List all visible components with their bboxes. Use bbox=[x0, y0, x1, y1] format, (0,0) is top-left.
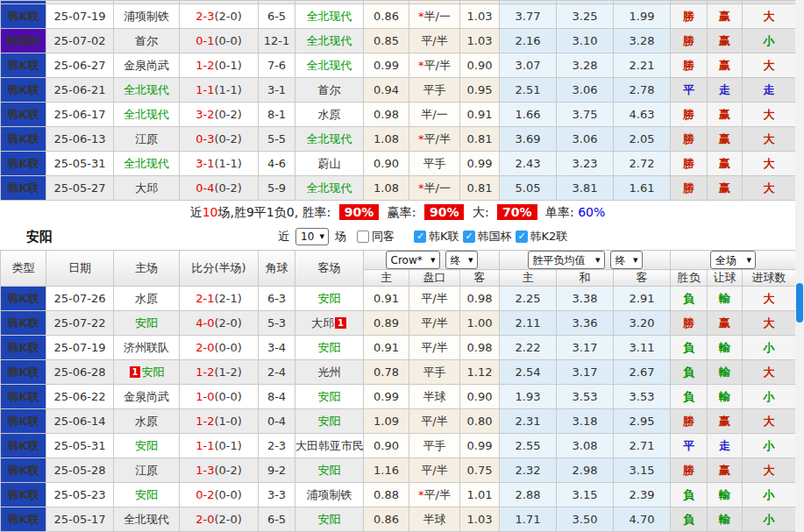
big-badge: 70% bbox=[497, 204, 537, 220]
league-filter-checkbox-k2[interactable] bbox=[516, 231, 528, 243]
away-team-cell[interactable]: 安阳 bbox=[295, 287, 364, 311]
home-team-cell[interactable]: 首尔 bbox=[114, 29, 180, 53]
home-team-cell[interactable]: 江原 bbox=[114, 127, 180, 152]
handicap-result-cell: 赢 bbox=[708, 29, 743, 53]
eu-draw-odds-cell: 3.17 bbox=[557, 360, 614, 385]
match-row: 韩K联25-06-281安阳1-2(1-2)2-4光州0.78平手1.122.5… bbox=[1, 360, 796, 385]
home-team-cell[interactable]: 安阳 bbox=[114, 483, 180, 507]
eu-away-odds-cell: 2.71 bbox=[614, 434, 671, 458]
away-team-cell[interactable]: 安阳 bbox=[295, 409, 364, 434]
bookmaker-select[interactable]: Crow* bbox=[386, 251, 440, 269]
league-cell[interactable]: 韩K联 bbox=[1, 4, 46, 29]
away-team-cell[interactable]: 水原 bbox=[295, 103, 364, 127]
table-header-row-top: 类型 日期 主场 比分(半场) 角球 客场 Crow*终 胜平负均值终 全场 bbox=[1, 251, 796, 270]
same-away-checkbox[interactable] bbox=[357, 231, 369, 243]
date-cell: 25-05-27 bbox=[46, 176, 114, 201]
home-team-cell[interactable]: 济州联队 bbox=[114, 336, 180, 360]
home-team-cell[interactable]: 浦项制铁 bbox=[114, 4, 180, 29]
corner-cell: 5-5 bbox=[259, 127, 295, 152]
away-team-cell[interactable]: 首尔 bbox=[295, 78, 364, 103]
ah-final-select[interactable]: 终 bbox=[445, 251, 478, 269]
scrollbar-thumb[interactable] bbox=[796, 283, 803, 323]
ah-away-odds-cell: 0.95 bbox=[460, 78, 500, 103]
league-cell[interactable]: 韩K联 bbox=[1, 336, 46, 360]
home-team-cell[interactable]: 1安阳 bbox=[114, 360, 180, 385]
ah-home-odds-cell: 0.78 bbox=[364, 360, 409, 385]
away-team-cell[interactable]: 安阳 bbox=[295, 458, 364, 483]
home-team-cell[interactable]: 全北现代 bbox=[114, 507, 180, 532]
away-team-cell[interactable]: 全北现代 bbox=[295, 176, 364, 201]
home-team-cell[interactable]: 安阳 bbox=[114, 434, 180, 458]
home-team-cell[interactable]: 大邱 bbox=[114, 176, 180, 201]
league-cell[interactable]: 韩K联 bbox=[1, 458, 46, 483]
corner-cell: 6-5 bbox=[259, 4, 295, 29]
ah-away-odds-cell: 0.91 bbox=[460, 103, 500, 127]
league-filter-label-k2: 韩K2联 bbox=[530, 229, 568, 245]
home-team-cell[interactable]: 安阳 bbox=[114, 311, 180, 336]
ah-handicap-cell: 平手 bbox=[409, 360, 460, 385]
away-team-cell[interactable]: 安阳 bbox=[295, 385, 364, 409]
away-team-cell[interactable]: 全北现代 bbox=[295, 127, 364, 152]
avg-odds-select[interactable]: 胜平负均值 bbox=[528, 251, 605, 269]
league-cell[interactable]: 韩K联 bbox=[1, 507, 46, 532]
eu-home-odds-cell: 2.16 bbox=[500, 29, 557, 53]
league-cell[interactable]: 韩K联 bbox=[1, 176, 46, 201]
recent-count-select[interactable]: 10 bbox=[295, 228, 329, 245]
ah-away-odds-cell: 0.80 bbox=[460, 409, 500, 434]
home-team-cell[interactable]: 全北现代 bbox=[114, 78, 180, 103]
scrollbar-track[interactable] bbox=[795, 0, 804, 532]
league-cell[interactable]: 韩国杯 bbox=[1, 29, 46, 53]
home-team-cell[interactable]: 江原 bbox=[114, 458, 180, 483]
away-team-cell[interactable]: 全北现代 bbox=[295, 29, 364, 53]
home-team-cell[interactable]: 全北现代 bbox=[114, 103, 180, 127]
away-team-cell[interactable]: 大田韩亚市民 bbox=[295, 434, 364, 458]
goals-result-cell: 大 bbox=[743, 53, 796, 78]
away-team-cell[interactable]: 全北现代 bbox=[295, 4, 364, 29]
eu-away-odds-cell: 2.39 bbox=[614, 483, 671, 507]
league-filter-checkbox-cup[interactable] bbox=[463, 231, 475, 243]
home-team-cell[interactable]: 全北现代 bbox=[114, 152, 180, 176]
home-team-cell[interactable]: 金泉尚武 bbox=[114, 53, 180, 78]
goals-result-cell: 小 bbox=[743, 385, 796, 409]
league-cell[interactable]: 韩K联 bbox=[1, 360, 46, 385]
eu-final-select[interactable]: 终 bbox=[610, 251, 643, 269]
home-team-cell[interactable]: 金泉尚武 bbox=[114, 385, 180, 409]
away-team-cell[interactable]: 浦项制铁 bbox=[295, 483, 364, 507]
league-cell[interactable]: 韩K联 bbox=[1, 53, 46, 78]
away-team-cell[interactable]: 全北现代 bbox=[295, 53, 364, 78]
league-cell[interactable]: 韩K联 bbox=[1, 311, 46, 336]
scope-select[interactable]: 全场 bbox=[710, 251, 756, 269]
league-cell[interactable]: 韩K联 bbox=[1, 78, 46, 103]
home-team-cell[interactable]: 水原 bbox=[114, 409, 180, 434]
league-cell[interactable]: 韩K联 bbox=[1, 483, 46, 507]
eu-draw-odds-cell: 3.53 bbox=[557, 385, 614, 409]
sub-header-ah-home: 主 bbox=[364, 270, 409, 287]
league-cell[interactable]: 韩K联 bbox=[1, 152, 46, 176]
date-cell: 25-05-23 bbox=[46, 483, 114, 507]
date-cell: 25-06-21 bbox=[46, 78, 114, 103]
away-team-cell[interactable]: 安阳 bbox=[295, 336, 364, 360]
wdl-result-cell: 負 bbox=[671, 483, 708, 507]
league-cell[interactable]: 韩K联 bbox=[1, 385, 46, 409]
league-cell[interactable]: 韩K联 bbox=[1, 287, 46, 311]
league-cell[interactable]: 韩K联 bbox=[1, 409, 46, 434]
league-cell[interactable]: 韩K联 bbox=[1, 127, 46, 152]
handicap-result-cell: 赢 bbox=[708, 176, 743, 201]
home-team-cell[interactable]: 水原 bbox=[114, 287, 180, 311]
corner-cell: 5-3 bbox=[259, 311, 295, 336]
league-cell[interactable]: 韩K联 bbox=[1, 103, 46, 127]
handicap-result-cell: 赢 bbox=[708, 152, 743, 176]
match-row: 韩国杯25-07-02首尔0-1(0-0)12-1全北现代0.85平/半1.03… bbox=[1, 29, 796, 53]
away-team-cell[interactable]: 蔚山 bbox=[295, 152, 364, 176]
away-team-cell[interactable]: 光州 bbox=[295, 360, 364, 385]
away-team-cell[interactable]: 安阳 bbox=[295, 507, 364, 532]
ah-away-odds-cell: 1.03 bbox=[460, 29, 500, 53]
handicap-result-cell: 赢 bbox=[708, 458, 743, 483]
league-filter-checkbox-kleague[interactable] bbox=[414, 231, 426, 243]
away-team-cell[interactable]: 大邱1 bbox=[295, 311, 364, 336]
col-header-score: 比分(半场) bbox=[180, 251, 259, 287]
eu-away-odds-cell: 3.15 bbox=[614, 458, 671, 483]
league-cell[interactable]: 韩K联 bbox=[1, 434, 46, 458]
summary-mid-text: 场,胜9平1负0, 胜率: bbox=[218, 205, 331, 219]
match-row: 韩K联25-07-22安阳4-0(2-0)5-3大邱10.89平/半1.002.… bbox=[1, 311, 796, 336]
